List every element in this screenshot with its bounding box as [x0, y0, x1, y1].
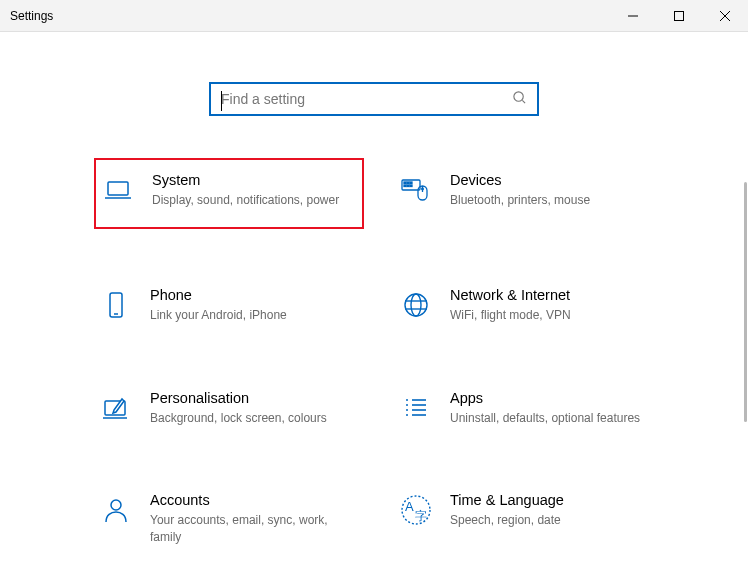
- tile-phone[interactable]: Phone Link your Android, iPhone: [94, 279, 364, 332]
- svg-point-21: [411, 294, 421, 316]
- tile-title: Devices: [450, 172, 654, 188]
- tile-text: Phone Link your Android, iPhone: [150, 287, 358, 324]
- minimize-button[interactable]: [610, 0, 656, 32]
- tile-subtitle: Background, lock screen, colours: [150, 410, 354, 427]
- tile-time-language[interactable]: A 字 Time & Language Speech, region, date: [394, 484, 664, 554]
- tile-text: System Display, sound, notifications, po…: [152, 172, 356, 209]
- content-area: System Display, sound, notifications, po…: [0, 32, 748, 571]
- search-icon: [512, 90, 527, 108]
- scrollbar[interactable]: [744, 182, 747, 422]
- tile-title: Apps: [450, 390, 654, 406]
- tile-subtitle: Uninstall, defaults, optional features: [450, 410, 654, 427]
- tile-title: System: [152, 172, 352, 188]
- window-controls: [610, 0, 748, 32]
- tile-subtitle: Link your Android, iPhone: [150, 307, 354, 324]
- tile-title: Accounts: [150, 492, 354, 508]
- apps-icon: [400, 392, 432, 424]
- search-container: [0, 82, 748, 116]
- tile-text: Apps Uninstall, defaults, optional featu…: [450, 390, 658, 427]
- laptop-icon: [102, 174, 134, 206]
- tile-subtitle: Display, sound, notifications, power: [152, 192, 352, 209]
- devices-icon: [400, 174, 432, 206]
- close-button[interactable]: [702, 0, 748, 32]
- svg-rect-12: [404, 185, 406, 187]
- tile-personalisation[interactable]: Personalisation Background, lock screen,…: [94, 382, 364, 435]
- svg-rect-1: [675, 12, 684, 21]
- svg-point-17: [422, 188, 424, 190]
- tile-apps[interactable]: Apps Uninstall, defaults, optional featu…: [394, 382, 664, 435]
- tile-devices[interactable]: Devices Bluetooth, printers, mouse: [394, 164, 664, 229]
- tile-text: Personalisation Background, lock screen,…: [150, 390, 358, 427]
- svg-rect-9: [404, 182, 406, 184]
- search-input[interactable]: [221, 91, 512, 107]
- tile-title: Personalisation: [150, 390, 354, 406]
- titlebar: Settings: [0, 0, 748, 32]
- svg-rect-14: [410, 185, 412, 187]
- tile-system[interactable]: System Display, sound, notifications, po…: [94, 158, 364, 229]
- language-icon: A 字: [400, 494, 432, 526]
- tile-title: Time & Language: [450, 492, 654, 508]
- tile-text: Network & Internet WiFi, flight mode, VP…: [450, 287, 658, 324]
- tile-subtitle: WiFi, flight mode, VPN: [450, 307, 654, 324]
- tile-accounts[interactable]: Accounts Your accounts, email, sync, wor…: [94, 484, 364, 554]
- tile-text: Time & Language Speech, region, date: [450, 492, 658, 529]
- settings-grid: System Display, sound, notifications, po…: [84, 164, 664, 554]
- svg-point-34: [111, 500, 121, 510]
- tile-text: Accounts Your accounts, email, sync, wor…: [150, 492, 358, 546]
- phone-icon: [100, 289, 132, 321]
- tile-network[interactable]: Network & Internet WiFi, flight mode, VP…: [394, 279, 664, 332]
- tile-title: Network & Internet: [450, 287, 654, 303]
- svg-text:A: A: [405, 499, 414, 514]
- globe-icon: [400, 289, 432, 321]
- tile-text: Devices Bluetooth, printers, mouse: [450, 172, 658, 209]
- window-title: Settings: [10, 9, 53, 23]
- text-cursor: [221, 91, 222, 111]
- svg-rect-10: [407, 182, 409, 184]
- paint-icon: [100, 392, 132, 424]
- svg-point-4: [514, 92, 523, 101]
- svg-rect-6: [108, 182, 128, 195]
- tile-subtitle: Your accounts, email, sync, work, family: [150, 512, 354, 546]
- svg-rect-13: [407, 185, 409, 187]
- maximize-button[interactable]: [656, 0, 702, 32]
- tile-title: Phone: [150, 287, 354, 303]
- tile-subtitle: Speech, region, date: [450, 512, 654, 529]
- svg-rect-11: [410, 182, 412, 184]
- svg-point-20: [405, 294, 427, 316]
- svg-line-5: [522, 100, 525, 103]
- search-box[interactable]: [209, 82, 539, 116]
- person-icon: [100, 494, 132, 526]
- tile-subtitle: Bluetooth, printers, mouse: [450, 192, 654, 209]
